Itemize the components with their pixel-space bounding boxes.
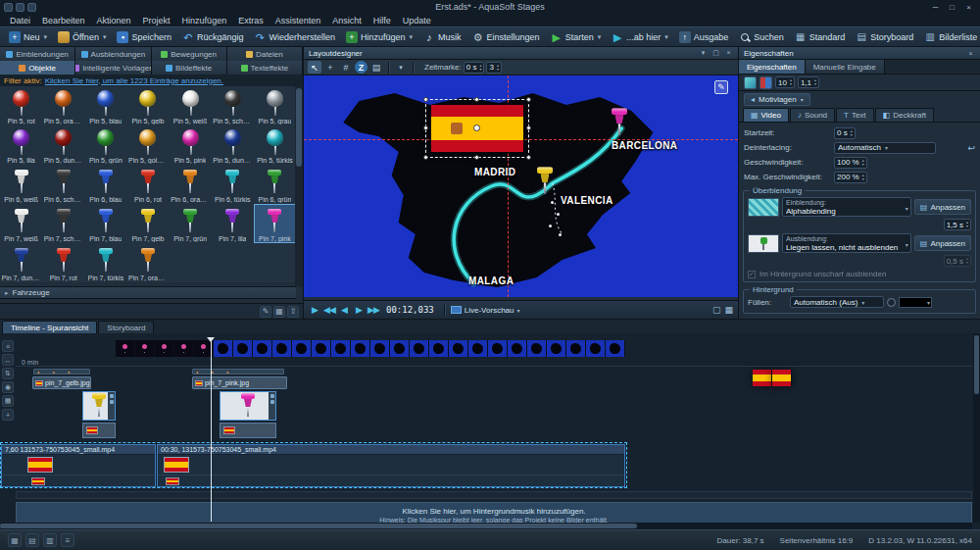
panel-menu-icon[interactable]: ▾ (699, 49, 708, 57)
flag-clip[interactable] (82, 423, 116, 438)
filmstrip-thumbnail[interactable] (390, 340, 410, 357)
library-tab[interactable]: Einblendungen (0, 47, 75, 61)
pin-item[interactable]: Pin 7, gelb (126, 204, 169, 243)
path-node[interactable] (551, 201, 554, 204)
selection-handle[interactable] (526, 97, 531, 102)
panel-close-icon[interactable]: × (724, 49, 733, 57)
filmstrip-thumbnail[interactable] (449, 340, 468, 357)
pin-clip-pink[interactable] (220, 391, 276, 421)
media-tab[interactable]: ◧ Deckkraft (875, 108, 934, 122)
minimize-button[interactable]: ─ (928, 2, 943, 13)
track-options-icon[interactable] (2, 340, 14, 352)
selection-handle[interactable] (423, 97, 428, 102)
toolbar-button[interactable]: Musik (418, 28, 466, 45)
flag-clip[interactable] (220, 423, 276, 438)
filmstrip-thumbnail[interactable] (586, 340, 606, 357)
library-subtab[interactable]: Objekte (0, 61, 75, 75)
motivlagen-dropdown[interactable]: Motivlagen (744, 93, 810, 106)
close-button[interactable]: × (961, 2, 976, 13)
selection-handle[interactable] (423, 125, 428, 130)
ausblendung-duration-spinner[interactable]: 0,5 s (944, 255, 971, 267)
filmstrip-thumbnail[interactable] (174, 340, 194, 357)
view-grid-icon[interactable] (273, 306, 285, 318)
anpassen-button-einblendung[interactable]: Anpassen (914, 199, 971, 215)
filmstrip-thumbnail[interactable] (233, 340, 253, 357)
background-color-swatch[interactable] (899, 297, 932, 308)
keyframe-bar[interactable] (33, 369, 90, 375)
zeitmarke-spinner[interactable]: 0 s (464, 62, 485, 74)
video-clip-2[interactable]: 00:30, 131573-750753045_small.mp4 (157, 444, 625, 487)
timeline-hscrollbar[interactable] (0, 523, 972, 529)
spinner-arrows-icon[interactable] (862, 174, 864, 181)
pin-item[interactable]: Pin 5, schwarz (212, 86, 254, 125)
filmstrip-thumbnail[interactable] (155, 340, 174, 357)
filmstrip-thumbnail[interactable] (253, 340, 272, 357)
menu-item[interactable]: Update (397, 16, 437, 25)
spinner-arrows-icon[interactable] (497, 64, 499, 72)
spinner-arrows-icon[interactable] (479, 64, 481, 72)
select-tool-icon[interactable] (308, 61, 321, 74)
filmstrip-thumbnail[interactable] (753, 370, 772, 386)
status-list-icon[interactable] (43, 533, 57, 547)
toolbar-button[interactable]: Standard (790, 28, 851, 45)
keyframe-bar[interactable] (192, 369, 284, 375)
horizontal-zoom-icon[interactable] (2, 354, 14, 366)
grid-toggle-icon[interactable] (339, 61, 353, 74)
geschwindigkeit-spinner[interactable]: 100 % (834, 157, 867, 169)
time-ruler[interactable]: 0 min (16, 358, 972, 367)
collapse-icon[interactable] (287, 306, 299, 318)
selection-handle[interactable] (423, 155, 428, 160)
add-track-icon[interactable] (2, 409, 14, 421)
library-tab[interactable]: Bewegungen (152, 47, 227, 61)
texture-swatch-icon[interactable] (744, 76, 757, 89)
einblendung-dropdown[interactable]: Einblendung: Alphablending (782, 197, 911, 217)
video-clip-1[interactable]: 7,60 131573-750753045_small.mp4 (1, 444, 156, 487)
library-subtab[interactable]: Bildeffekte (152, 61, 227, 75)
move-tool-icon[interactable] (323, 61, 337, 74)
toolbar-button[interactable]: Einstellungen (467, 28, 545, 45)
pin-item[interactable]: Pin 7, grün (170, 204, 212, 243)
selection-handle[interactable] (526, 125, 531, 130)
filmstrip-thumbnail[interactable] (214, 340, 233, 357)
maximize-button[interactable]: □ (945, 2, 959, 13)
menu-item[interactable]: Hinzufügen (176, 16, 233, 25)
hintergrund-ausblenden-checkbox[interactable] (748, 271, 756, 278)
layout-canvas[interactable]: BARCELONA MADRID VALENCIA MALAGA ✎ (304, 75, 738, 297)
pin-item[interactable]: Pin 5, goldgelb (126, 125, 169, 165)
grid-view-icon[interactable] (724, 305, 733, 315)
pin-item[interactable]: Pin 7, pink (254, 204, 296, 243)
anpassen-button-ausblendung[interactable]: Anpassen (914, 235, 971, 251)
menu-item[interactable]: Ansicht (326, 16, 368, 25)
pin-item[interactable]: Pin 7, weiß (0, 204, 42, 243)
map-pin-yellow[interactable] (536, 166, 554, 195)
color-split-icon[interactable] (760, 76, 772, 89)
rewind-button[interactable] (323, 305, 335, 315)
step-back-button[interactable] (338, 305, 350, 315)
max-geschwindigkeit-spinner[interactable]: 200 % (834, 172, 867, 183)
status-view-icon[interactable] (8, 533, 22, 547)
reset-icon[interactable] (967, 143, 975, 153)
spinner-arrows-icon[interactable] (851, 129, 853, 137)
map-pin-pink[interactable] (611, 107, 628, 136)
selection-handle[interactable] (474, 97, 479, 102)
pin-item[interactable]: Pin 6, weiß (0, 165, 42, 204)
toolbar-button[interactable]: Speichern (112, 28, 176, 45)
toolbar-button[interactable]: Storyboard (851, 28, 918, 45)
pin-item[interactable]: Pin 7, türkis (84, 243, 126, 282)
pin-item[interactable]: Pin 6, rot (126, 165, 169, 204)
filmstrip-thumbnail[interactable] (331, 340, 351, 357)
pin-item[interactable]: Pin 5, weiß (170, 86, 212, 125)
empty-track[interactable] (16, 491, 972, 499)
options-dropdown-icon[interactable] (394, 61, 408, 74)
selection-handle[interactable] (474, 155, 479, 160)
fill-radio[interactable] (887, 298, 896, 307)
pin-item[interactable]: Pin 6, blau (84, 165, 126, 204)
image-clip[interactable]: pin_7_pink.jpg (192, 376, 287, 389)
path-node[interactable] (549, 225, 552, 227)
library-subtab[interactable]: Intelligente Vorlagen (75, 61, 151, 75)
selection-box[interactable] (425, 99, 529, 158)
pin-item[interactable]: Pin 5, gelb (126, 86, 169, 125)
filmstrip-thumbnail[interactable] (508, 340, 527, 357)
image-clip[interactable]: pin_7_gelb.jpg (32, 376, 91, 389)
filmstrip-thumbnail[interactable] (292, 340, 312, 357)
